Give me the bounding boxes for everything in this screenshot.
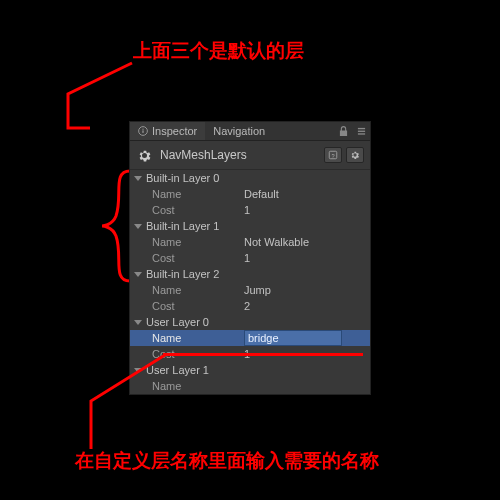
field-label: Name: [152, 236, 244, 248]
foldout-icon: [134, 224, 142, 229]
layer-header-label: Built-in Layer 2: [146, 268, 219, 280]
layer-header-user1[interactable]: User Layer 1: [130, 362, 370, 378]
foldout-icon: [134, 368, 142, 373]
annotation-bottom: 在自定义层名称里面输入需要的名称: [75, 448, 379, 474]
foldout-icon: [134, 320, 142, 325]
row-cost: Cost2: [130, 298, 370, 314]
lock-icon[interactable]: [334, 122, 352, 140]
panel-menu-icon[interactable]: [352, 122, 370, 140]
tab-bar: Inspector Navigation: [130, 122, 370, 141]
help-icon[interactable]: ?: [324, 147, 342, 163]
tab-inspector-label: Inspector: [152, 125, 197, 137]
svg-point-1: [142, 129, 143, 130]
row-cost: Cost1: [130, 202, 370, 218]
layer-header-label: User Layer 1: [146, 364, 209, 376]
svg-rect-5: [357, 133, 364, 134]
settings-icon[interactable]: [346, 147, 364, 163]
svg-text:?: ?: [331, 153, 334, 159]
field-label: Cost: [152, 300, 244, 312]
layer-header-builtin0[interactable]: Built-in Layer 0: [130, 170, 370, 186]
tab-navigation[interactable]: Navigation: [205, 122, 273, 140]
info-icon: [138, 126, 148, 136]
field-label: Name: [152, 332, 244, 344]
row-name: NameNot Walkable: [130, 234, 370, 250]
foldout-icon: [134, 272, 142, 277]
name-input[interactable]: bridge: [244, 330, 342, 346]
annotation-underline: [163, 353, 363, 356]
svg-rect-2: [142, 130, 143, 133]
annotation-top: 上面三个是默认的层: [133, 38, 304, 64]
row-name: NameDefault: [130, 186, 370, 202]
gear-icon: [136, 147, 152, 163]
row-name: NameJump: [130, 282, 370, 298]
field-label: Name: [152, 188, 244, 200]
field-value[interactable]: 1: [244, 204, 366, 216]
panel-header: NavMeshLayers ?: [130, 141, 370, 170]
foldout-icon: [134, 176, 142, 181]
svg-rect-4: [357, 130, 364, 131]
field-label: Name: [152, 380, 244, 392]
layer-header-label: Built-in Layer 1: [146, 220, 219, 232]
layer-header-user0[interactable]: User Layer 0: [130, 314, 370, 330]
tab-inspector[interactable]: Inspector: [130, 122, 205, 140]
layer-header-label: User Layer 0: [146, 316, 209, 328]
field-value[interactable]: Not Walkable: [244, 236, 366, 248]
field-value[interactable]: Jump: [244, 284, 366, 296]
tab-navigation-label: Navigation: [213, 125, 265, 137]
field-label: Name: [152, 284, 244, 296]
field-value[interactable]: 2: [244, 300, 366, 312]
field-value[interactable]: 1: [244, 252, 366, 264]
row-cost: Cost1: [130, 250, 370, 266]
panel-title: NavMeshLayers: [160, 148, 247, 162]
row-name: Name: [130, 378, 370, 394]
field-label: Cost: [152, 204, 244, 216]
svg-rect-3: [357, 127, 364, 128]
layer-header-builtin1[interactable]: Built-in Layer 1: [130, 218, 370, 234]
layer-header-builtin2[interactable]: Built-in Layer 2: [130, 266, 370, 282]
field-value[interactable]: Default: [244, 188, 366, 200]
row-name-selected: Namebridge: [130, 330, 370, 346]
field-label: Cost: [152, 252, 244, 264]
layer-header-label: Built-in Layer 0: [146, 172, 219, 184]
